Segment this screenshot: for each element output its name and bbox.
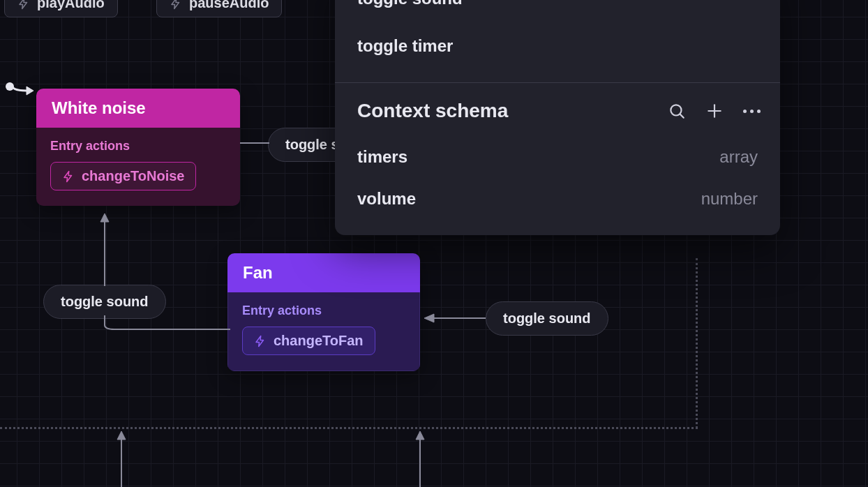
transition-toggle-sound[interactable]: toggle sound [43, 285, 166, 319]
edge [98, 209, 112, 286]
schema-type: number [701, 189, 758, 209]
bolt-icon [170, 0, 182, 10]
action-chip-label: pauseAudio [189, 0, 269, 11]
side-panel: toggle sound toggle timer Context schema… [335, 0, 780, 235]
schema-row-volume[interactable]: volume number [335, 178, 780, 220]
edge [116, 428, 127, 487]
entry-actions-label: Entry actions [50, 139, 226, 153]
entry-action-chip[interactable]: changeToFan [242, 327, 375, 355]
edge [414, 428, 426, 487]
schema-key: volume [357, 189, 416, 209]
state-node-fan[interactable]: Fan Entry actions changeToFan [227, 253, 420, 371]
machine-border-bottom [0, 427, 698, 429]
context-schema-header: Context schema [335, 83, 780, 136]
action-chip-pause-audio[interactable]: pauseAudio [156, 0, 282, 17]
edge [98, 315, 230, 332]
state-title: Fan [227, 253, 420, 292]
action-chip-label: playAudio [37, 0, 105, 11]
state-node-white-noise[interactable]: White noise Entry actions changeToNoise [36, 89, 240, 206]
plus-icon[interactable] [705, 102, 724, 120]
edge [240, 140, 269, 147]
entry-action-label: changeToNoise [82, 168, 184, 184]
transition-toggle-sound-far[interactable]: toggle sound [486, 301, 608, 336]
entry-action-chip[interactable]: changeToNoise [50, 162, 196, 190]
machine-border-right [696, 258, 698, 428]
state-title: White noise [36, 89, 240, 128]
search-icon[interactable] [668, 102, 686, 120]
entry-actions-label: Entry actions [242, 304, 405, 318]
events-list: toggle sound toggle timer [335, 0, 780, 82]
event-item-toggle-sound[interactable]: toggle sound [335, 0, 780, 22]
event-item-toggle-timer[interactable]: toggle timer [335, 22, 780, 70]
schema-row-timers[interactable]: timers array [335, 136, 780, 178]
schema-key: timers [357, 147, 407, 167]
bolt-icon [62, 170, 75, 183]
edge [421, 313, 486, 324]
more-icon[interactable] [743, 110, 761, 113]
schema-type: array [719, 147, 758, 167]
svg-line-6 [680, 114, 684, 118]
initial-state-arrow [10, 82, 35, 96]
context-schema-title: Context schema [357, 100, 668, 122]
entry-action-label: changeToFan [274, 333, 364, 349]
action-chip-play-audio[interactable]: playAudio [4, 0, 118, 17]
bolt-icon [17, 0, 30, 10]
bolt-icon [254, 335, 267, 347]
